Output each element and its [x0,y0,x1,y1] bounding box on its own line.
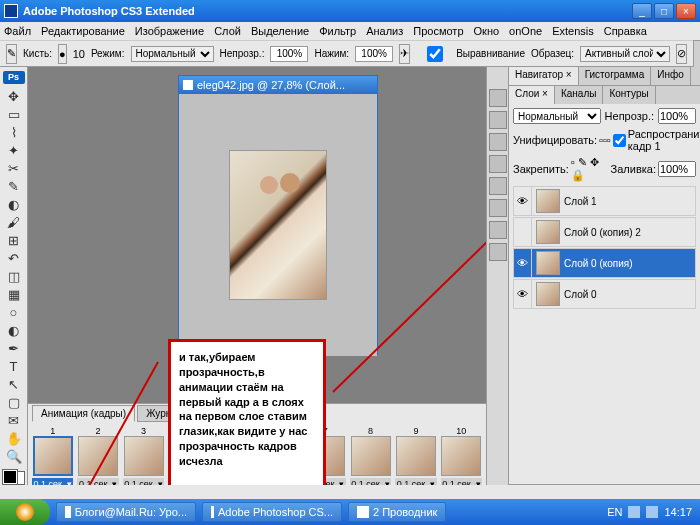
heal-tool[interactable]: ◐ [3,196,25,213]
layer-row[interactable]: Слой 0 (копия) 2 [513,217,696,247]
history-brush-tool[interactable]: ↶ [3,250,25,267]
brush-tool[interactable]: 🖌 [3,214,25,231]
visibility-icon[interactable]: 👁 [514,249,532,277]
tab-channels[interactable]: Каналы [555,86,604,104]
animation-frame[interactable]: 90,1 сек. ▾ [395,426,436,485]
menu-extensis[interactable]: Extensis [552,25,594,37]
menu-select[interactable]: Выделение [251,25,309,37]
propagate-label: Распространить кадр 1 [628,128,700,152]
crop-tool[interactable]: ✂ [3,160,25,177]
tool-preset[interactable]: ✎ [6,44,17,64]
path-tool[interactable]: ↖ [3,376,25,393]
lock-icons[interactable]: ▫ ✎ ✥ 🔒 [571,156,609,182]
blend-mode-select[interactable]: Нормальный [513,108,601,124]
zoom-tool[interactable]: 🔍 [3,448,25,465]
tab-layers[interactable]: Слои × [509,86,555,104]
task-item[interactable]: 2 Проводник [348,502,446,522]
menu-window[interactable]: Окно [474,25,500,37]
tab-info[interactable]: Инфо [651,67,691,85]
lasso-tool[interactable]: ⌇ [3,124,25,141]
stamp-tool[interactable]: ⊞ [3,232,25,249]
opacity-input[interactable] [270,46,308,62]
tray-icon[interactable] [646,506,658,518]
palette-icon[interactable] [489,177,507,195]
propagate-checkbox[interactable] [613,134,626,147]
flow-input[interactable] [355,46,393,62]
shape-tool[interactable]: ▢ [3,394,25,411]
options-bar: ✎ Кисть: ● 10 Режим: Нормальный Непрозр.… [0,41,700,67]
wand-tool[interactable]: ✦ [3,142,25,159]
document-window[interactable]: eleg042.jpg @ 27,8% (Слой... [178,75,378,355]
tab-histogram[interactable]: Гистограмма [579,67,652,85]
menu-edit[interactable]: Редактирование [41,25,125,37]
animation-frame[interactable]: 80,1 сек. ▾ [350,426,391,485]
gradient-tool[interactable]: ▦ [3,286,25,303]
layer-opacity-input[interactable] [658,108,696,124]
layer-row[interactable]: 👁Слой 1 [513,186,696,216]
clock[interactable]: 14:17 [664,506,692,518]
airbrush-icon[interactable]: ✈ [399,44,410,64]
visibility-icon[interactable]: 👁 [514,187,532,215]
animation-frame[interactable]: 30,1 сек. ▾ [123,426,164,485]
tab-paths[interactable]: Контуры [603,86,655,104]
eyedropper-tool[interactable]: ✎ [3,178,25,195]
palette-icon[interactable] [489,155,507,173]
color-swatch[interactable] [3,470,25,485]
task-item[interactable]: Adobe Photoshop CS... [202,502,342,522]
unify-icon[interactable]: ▫▫▫ [599,134,611,146]
notes-tool[interactable]: ✉ [3,412,25,429]
pen-tool[interactable]: ✒ [3,340,25,357]
tab-animation[interactable]: Анимация (кадры) [32,405,135,422]
menu-layer[interactable]: Слой [214,25,241,37]
menu-image[interactable]: Изображение [135,25,204,37]
annotation-box: и так,убираем прозрачность,в анимации ст… [168,339,326,485]
task-item[interactable]: Блоги@Mail.Ru: Уро... [56,502,196,522]
canvas-area: eleg042.jpg @ 27,8% (Слой... и так,убира… [28,67,486,485]
layer-row[interactable]: 👁Слой 0 (копия) [513,248,696,278]
palette-icon[interactable] [489,133,507,151]
palette-icon[interactable] [489,221,507,239]
document-title: eleg042.jpg @ 27,8% (Слой... [197,79,345,91]
mode-select[interactable]: Нормальный [131,46,214,62]
tray-icon[interactable] [628,506,640,518]
dodge-tool[interactable]: ◐ [3,322,25,339]
workspace-button[interactable]: Рабочая среда ▾ [693,40,700,68]
hand-tool[interactable]: ✋ [3,430,25,447]
menu-analysis[interactable]: Анализ [366,25,403,37]
lang-indicator[interactable]: EN [607,506,622,518]
animation-frame[interactable]: 20,1 сек. ▾ [77,426,118,485]
palette-icon[interactable] [489,89,507,107]
menu-view[interactable]: Просмотр [413,25,463,37]
align-checkbox[interactable] [416,46,454,62]
app-icon [4,4,18,18]
eraser-tool[interactable]: ◫ [3,268,25,285]
opacity-label: Непрозр.: [220,48,265,59]
palette-icon[interactable] [489,243,507,261]
tab-navigator[interactable]: Навигатор × [509,67,579,85]
palette-icon[interactable] [489,111,507,129]
move-tool[interactable]: ✥ [3,88,25,105]
menu-file[interactable]: Файл [4,25,31,37]
layer-row[interactable]: 👁Слой 0 [513,279,696,309]
sample-select[interactable]: Активный слой [580,46,670,62]
document-content[interactable] [179,94,377,356]
visibility-icon[interactable]: 👁 [514,280,532,308]
start-button[interactable] [0,499,50,525]
sample-ignore-icon[interactable]: ⊘ [676,44,687,64]
close-button[interactable]: × [676,3,696,19]
menu-onone[interactable]: onOne [509,25,542,37]
blur-tool[interactable]: ○ [3,304,25,321]
palette-icon[interactable] [489,199,507,217]
marquee-tool[interactable]: ▭ [3,106,25,123]
visibility-icon[interactable] [514,218,532,246]
menu-help[interactable]: Справка [604,25,647,37]
brush-picker[interactable]: ● [58,44,67,64]
fill-input[interactable] [658,161,696,177]
minimize-button[interactable]: _ [632,3,652,19]
unify-label: Унифицировать: [513,134,597,146]
maximize-button[interactable]: □ [654,3,674,19]
menu-filter[interactable]: Фильтр [319,25,356,37]
animation-frame[interactable]: 10,1 сек. ▾ [32,426,73,485]
type-tool[interactable]: T [3,358,25,375]
animation-frame[interactable]: 100,1 сек. ▾ [441,426,482,485]
